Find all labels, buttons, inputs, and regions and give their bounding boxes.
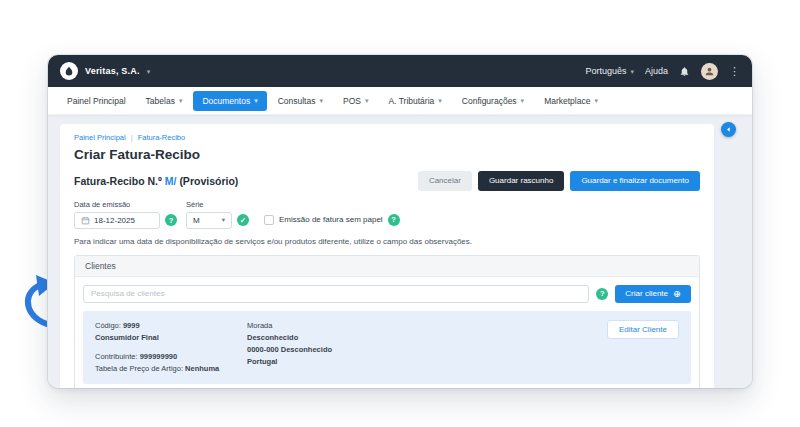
user-avatar[interactable] bbox=[701, 63, 718, 80]
chevron-down-icon: ▾ bbox=[179, 97, 183, 104]
selected-client-card: Código: 9999 Consumidor Final Contribuin… bbox=[83, 311, 691, 384]
menu-item-consultas[interactable]: Consultas ▾ bbox=[269, 91, 332, 111]
client-price-table-line: Tabela de Preço de Artigo: Nenhuma bbox=[95, 363, 247, 375]
menu-label: POS bbox=[343, 96, 361, 106]
client-price-table-label: Tabela de Preço de Artigo: bbox=[95, 364, 183, 373]
client-code-line: Código: 9999 bbox=[95, 320, 247, 332]
client-search-input[interactable] bbox=[83, 285, 589, 303]
issue-date-label: Data de emissão bbox=[74, 200, 177, 209]
create-client-label: Criar cliente bbox=[625, 289, 668, 299]
clients-section: Clientes ? Criar cliente ⊕ Código: 9999 bbox=[74, 255, 700, 388]
document-form-row: Data de emissão 18-12-2025 ? Série M bbox=[74, 200, 700, 229]
menu-item-documentos[interactable]: Documentos ▾ bbox=[193, 91, 266, 111]
collapse-panel-button[interactable] bbox=[721, 122, 736, 137]
notifications-bell-icon[interactable] bbox=[679, 66, 690, 77]
client-tax-value: 999999990 bbox=[140, 352, 178, 361]
save-finalize-button[interactable]: Guardar e finalizar documento bbox=[570, 171, 700, 191]
menu-label: Configurações bbox=[462, 96, 517, 106]
topbar-right: Português ▾ Ajuda ⋮ bbox=[585, 63, 740, 80]
client-code-value: 9999 bbox=[123, 321, 140, 330]
chevron-down-icon: ▾ bbox=[222, 217, 225, 224]
series-select[interactable]: M ▾ bbox=[186, 212, 232, 229]
paperless-group: Emissão de fatura sem papel ? bbox=[264, 214, 400, 226]
menu-label: Documentos bbox=[202, 96, 250, 106]
document-panel: Painel Principal | Fatura-Recibo Criar F… bbox=[60, 124, 714, 388]
document-header-row: Fatura-Recibo N.º M/ (Provisório) Cancel… bbox=[74, 171, 700, 191]
plus-circle-icon: ⊕ bbox=[673, 289, 681, 299]
doc-status: (Provisório) bbox=[179, 175, 238, 187]
client-price-table-value: Nenhuma bbox=[185, 364, 219, 373]
breadcrumb-painel-principal[interactable]: Painel Principal bbox=[74, 133, 126, 142]
chevron-down-icon: ▾ bbox=[594, 97, 598, 104]
cancel-button[interactable]: Cancelar bbox=[418, 171, 472, 191]
chevron-down-icon: ▾ bbox=[438, 97, 442, 104]
client-name: Consumidor Final bbox=[95, 332, 247, 344]
menu-item-tabelas[interactable]: Tabelas ▾ bbox=[137, 91, 192, 111]
menu-item-marketplace[interactable]: Marketplace ▾ bbox=[535, 91, 607, 111]
breadcrumb-fatura-recibo[interactable]: Fatura-Recibo bbox=[138, 133, 186, 142]
help-link[interactable]: Ajuda bbox=[645, 66, 668, 76]
issue-date-field: Data de emissão 18-12-2025 ? bbox=[74, 200, 177, 229]
series-value: M bbox=[193, 216, 200, 225]
menu-item-a-tributaria[interactable]: A. Tributária ▾ bbox=[379, 91, 450, 111]
client-tax-label: Contribuinte: bbox=[95, 352, 138, 361]
client-address-label: Morada bbox=[247, 320, 332, 332]
language-label: Português bbox=[585, 66, 626, 76]
doc-label: Fatura-Recibo N.º bbox=[74, 175, 162, 187]
main-menubar: Painel Principal Tabelas ▾ Documentos ▾ … bbox=[48, 87, 752, 115]
client-details-column: Código: 9999 Consumidor Final Contribuin… bbox=[95, 320, 247, 375]
document-actions: Cancelar Guardar rascunho Guardar e fina… bbox=[418, 171, 700, 191]
doc-series: M/ bbox=[165, 175, 177, 187]
breadcrumb-separator: | bbox=[131, 133, 133, 142]
breadcrumb: Painel Principal | Fatura-Recibo bbox=[74, 133, 700, 142]
app-window: Veritas, S.A. ▾ Português ▾ Ajuda ⋮ Pain… bbox=[48, 55, 752, 388]
document-number: Fatura-Recibo N.º M/ (Provisório) bbox=[74, 175, 238, 187]
paperless-checkbox[interactable] bbox=[264, 215, 274, 225]
language-menu[interactable]: Português ▾ bbox=[585, 66, 634, 76]
company-menu[interactable]: Veritas, S.A. bbox=[85, 66, 140, 76]
chevron-down-icon: ▾ bbox=[521, 97, 525, 104]
issue-date-help-badge[interactable]: ? bbox=[165, 214, 177, 226]
topbar: Veritas, S.A. ▾ Português ▾ Ajuda ⋮ bbox=[48, 55, 752, 87]
menu-label: Tabelas bbox=[146, 96, 175, 106]
client-address-column: Morada Desconhecido 0000-000 Desconhecid… bbox=[247, 320, 332, 368]
clients-search-row: ? Criar cliente ⊕ bbox=[75, 277, 699, 311]
calendar-icon bbox=[81, 216, 90, 225]
paperless-label: Emissão de fatura sem papel bbox=[279, 215, 383, 224]
save-draft-button[interactable]: Guardar rascunho bbox=[478, 171, 564, 191]
menu-label: Marketplace bbox=[544, 96, 590, 106]
series-field: Série M ▾ ✓ bbox=[186, 200, 249, 229]
chevron-down-icon: ▾ bbox=[147, 68, 151, 75]
page-title: Criar Fatura-Recibo bbox=[74, 147, 700, 162]
menu-label: Painel Principal bbox=[67, 96, 126, 106]
issue-date-value: 18-12-2025 bbox=[94, 216, 135, 225]
chevron-down-icon: ▾ bbox=[365, 97, 369, 104]
client-tax-line: Contribuinte: 999999990 bbox=[95, 351, 247, 363]
clients-section-title: Clientes bbox=[75, 256, 699, 277]
kebab-menu-icon[interactable]: ⋮ bbox=[729, 66, 740, 77]
issue-date-input[interactable]: 18-12-2025 bbox=[74, 212, 160, 229]
series-label: Série bbox=[186, 200, 249, 209]
client-address-line1: Desconhecido bbox=[247, 332, 332, 344]
chevron-down-icon: ▾ bbox=[319, 97, 323, 104]
company-logo-icon bbox=[60, 62, 78, 80]
client-address-line3: Portugal bbox=[247, 356, 332, 368]
edit-client-button[interactable]: Editar Cliente bbox=[607, 320, 679, 339]
chevron-down-icon: ▾ bbox=[630, 68, 634, 75]
create-client-button[interactable]: Criar cliente ⊕ bbox=[615, 285, 691, 303]
menu-label: A. Tributária bbox=[388, 96, 434, 106]
menu-item-configuracoes[interactable]: Configurações ▾ bbox=[453, 91, 533, 111]
menu-item-pos[interactable]: POS ▾ bbox=[334, 91, 377, 111]
menu-label: Consultas bbox=[278, 96, 316, 106]
content-area: Painel Principal | Fatura-Recibo Criar F… bbox=[48, 115, 752, 388]
series-valid-badge: ✓ bbox=[237, 214, 249, 226]
chevron-down-icon: ▾ bbox=[254, 97, 258, 104]
client-address-line2: 0000-000 Desconhecido bbox=[247, 344, 332, 356]
menu-item-painel-principal[interactable]: Painel Principal bbox=[58, 91, 135, 111]
paperless-help-badge[interactable]: ? bbox=[388, 214, 400, 226]
client-code-label: Código: bbox=[95, 321, 121, 330]
client-search-help-badge[interactable]: ? bbox=[596, 288, 608, 300]
observations-note: Para indicar uma data de disponibilizaçã… bbox=[74, 237, 700, 246]
